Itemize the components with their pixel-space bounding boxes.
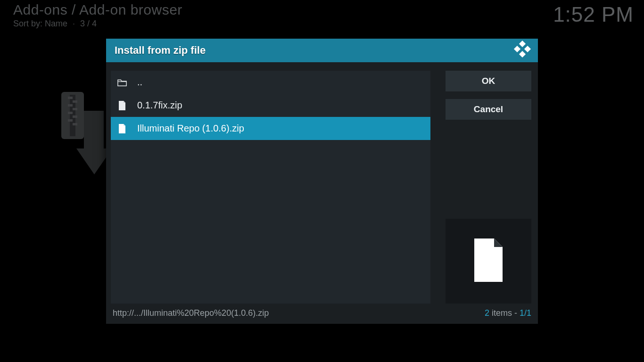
dialog-side-column: OK Cancel [446, 71, 531, 304]
footer-path: http://.../Illuminati%20Repo%20(1.0.6).z… [113, 308, 485, 318]
folder-up-icon [117, 78, 127, 87]
footer-count-number: 2 [485, 308, 489, 318]
dialog-titlebar: Install from zip file [106, 39, 538, 62]
svg-rect-10 [519, 41, 526, 47]
install-from-zip-dialog: Install from zip file [106, 39, 538, 324]
file-preview-icon [473, 238, 504, 285]
footer-count: 2 items - 1/1 [485, 308, 531, 318]
file-row[interactable]: Illuminati Repo (1.0.6).zip [111, 117, 430, 140]
kodi-logo-icon [513, 40, 531, 61]
cancel-button[interactable]: Cancel [446, 99, 531, 120]
dialog-footer: http://.../Illuminati%20Repo%20(1.0.6).z… [106, 308, 538, 324]
ok-button[interactable]: OK [446, 71, 531, 91]
svg-rect-13 [519, 51, 526, 58]
parent-folder-label: .. [137, 77, 142, 88]
file-list[interactable]: .. 0.1.7fix.zip Illuminati Repo (1.0.6).… [111, 71, 430, 304]
dialog-title-text: Install from zip file [115, 44, 206, 57]
file-icon [117, 124, 127, 133]
footer-page: 1/1 [520, 308, 531, 318]
svg-rect-11 [514, 46, 520, 52]
file-name: Illuminati Repo (1.0.6).zip [137, 123, 244, 134]
file-row[interactable]: 0.1.7fix.zip [111, 94, 430, 117]
preview-tile [446, 219, 531, 304]
file-icon [117, 101, 127, 110]
footer-count-word: items - [489, 308, 520, 318]
file-name: 0.1.7fix.zip [137, 100, 182, 111]
svg-rect-12 [524, 46, 531, 52]
parent-folder-row[interactable]: .. [111, 71, 430, 94]
